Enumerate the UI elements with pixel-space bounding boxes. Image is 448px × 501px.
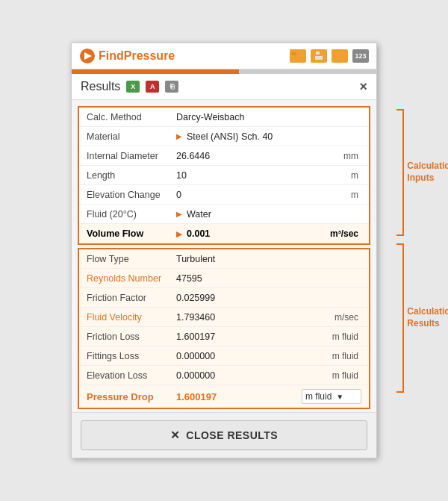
table-row: Volume Flow ▶0.001 m³/sec xyxy=(79,224,369,243)
table-row: Calc. Method Darcy-Weisbach xyxy=(79,108,369,127)
app-window: FindPressure 123 Results X A ⎘ × xyxy=(71,43,377,458)
svg-rect-5 xyxy=(315,56,323,60)
results-title: Results xyxy=(81,80,120,93)
flow-type-value: Turbulent xyxy=(176,254,361,264)
triangle-icon: ▶ xyxy=(176,210,182,218)
table-row: Length 10 m xyxy=(79,166,369,185)
internal-diameter-label: Internal Diameter xyxy=(87,151,176,161)
length-label: Length xyxy=(87,170,176,181)
close-x-button[interactable]: × xyxy=(359,80,367,93)
elevation-loss-unit: m fluid xyxy=(332,370,361,381)
folder-icon[interactable] xyxy=(290,49,306,63)
table-row: Fittings Loss 0.000000 m fluid xyxy=(79,346,369,366)
table-row: Friction Loss 1.600197 m fluid xyxy=(79,327,369,346)
selected-unit-label: m fluid xyxy=(305,391,332,402)
fittings-loss-unit: m fluid xyxy=(332,351,361,361)
pressure-drop-value: 1.600197 xyxy=(176,391,302,402)
title-bar-left: FindPressure xyxy=(79,48,175,64)
app-name-find: Find xyxy=(99,49,124,62)
fittings-loss-label: Fittings Loss xyxy=(87,351,176,361)
length-unit: m xyxy=(351,170,361,181)
calc-method-label: Calc. Method xyxy=(87,112,176,122)
friction-factor-label: Friction Factor xyxy=(87,293,176,303)
table-row: Material ▶Steel (ANSI) Sch. 40 xyxy=(79,127,369,146)
table-row: Internal Diameter 26.6446 mm xyxy=(79,146,369,166)
internal-diameter-unit: mm xyxy=(343,151,361,161)
fluid-velocity-label: Fluid Velocity xyxy=(87,312,176,323)
results-section: Flow Type Turbulent Reynolds Number 4759… xyxy=(78,248,370,409)
pressure-drop-unit-select[interactable]: m fluid ▼ xyxy=(302,389,361,404)
length-value: 10 xyxy=(176,170,351,181)
app-title: FindPressure xyxy=(99,49,175,63)
main-content: Calc. Method Darcy-Weisbach Material ▶St… xyxy=(72,100,376,409)
title-bar: FindPressure 123 xyxy=(72,43,376,69)
fluid-value: ▶Water xyxy=(176,209,361,220)
table-row: Fluid Velocity 1.793460 m/sec xyxy=(79,308,369,327)
calc-method-value: Darcy-Weisbach xyxy=(176,112,361,122)
table-row: Flow Type Turbulent xyxy=(79,249,369,269)
svg-rect-6 xyxy=(316,52,320,55)
close-button-label: CLOSE RESULTS xyxy=(186,429,278,441)
volume-flow-unit: m³/sec xyxy=(330,228,361,239)
pdf-icon[interactable]: A xyxy=(146,81,159,93)
friction-loss-label: Friction Loss xyxy=(87,332,176,342)
fittings-loss-value: 0.000000 xyxy=(176,351,332,361)
save-icon[interactable] xyxy=(311,49,327,63)
reynolds-label: Reynolds Number xyxy=(87,273,176,284)
elevation-change-unit: m xyxy=(351,190,361,200)
fluid-velocity-unit: m/sec xyxy=(335,312,361,323)
table-row: Fluid (20°C) ▶Water xyxy=(79,205,369,224)
table-row: Elevation Loss 0.000000 m fluid xyxy=(79,366,369,385)
bracket-results-icon xyxy=(396,243,404,393)
inputs-section: Calc. Method Darcy-Weisbach Material ▶St… xyxy=(78,106,370,245)
elevation-loss-value: 0.000000 xyxy=(176,370,332,381)
pressure-drop-row: Pressure Drop 1.600197 m fluid ▼ xyxy=(79,385,369,408)
annotation-inputs: CalculationInputs xyxy=(396,109,448,236)
dropdown-arrow-icon: ▼ xyxy=(336,393,343,401)
copy-icon[interactable]: ⎘ xyxy=(165,81,178,93)
internal-diameter-value: 26.6446 xyxy=(176,151,343,161)
svg-rect-7 xyxy=(334,52,346,59)
app-name-pressure: Pressure xyxy=(124,49,175,62)
close-results-button[interactable]: ✕ CLOSE RESULTS xyxy=(81,420,367,450)
app-logo-icon xyxy=(79,48,96,64)
annotation-results-label: CalculationResults xyxy=(407,306,448,329)
excel-icon[interactable]: X xyxy=(126,81,140,93)
volume-flow-label: Volume Flow xyxy=(87,228,176,239)
elevation-change-value: 0 xyxy=(176,190,351,200)
fluid-velocity-value: 1.793460 xyxy=(176,312,335,323)
results-header: Results X A ⎘ × xyxy=(72,74,376,100)
material-label: Material xyxy=(87,131,176,142)
triangle-icon: ▶ xyxy=(176,230,182,238)
elevation-loss-label: Elevation Loss xyxy=(87,370,176,381)
friction-loss-unit: m fluid xyxy=(332,332,361,342)
fluid-label: Fluid (20°C) xyxy=(87,209,176,220)
table-row: Friction Factor 0.025999 xyxy=(79,288,369,308)
bracket-inputs-icon xyxy=(396,109,404,236)
reynolds-value: 47595 xyxy=(176,273,361,284)
close-button-icon: ✕ xyxy=(170,429,181,442)
calc-icon[interactable]: 123 xyxy=(352,49,369,63)
results-title-row: Results X A ⎘ xyxy=(81,80,178,93)
triangle-icon: ▶ xyxy=(176,132,182,140)
annotation-results: CalculationResults xyxy=(396,243,448,393)
close-button-row: ✕ CLOSE RESULTS xyxy=(72,412,376,458)
table-row: Reynolds Number 47595 xyxy=(79,269,369,288)
svg-rect-3 xyxy=(292,52,296,55)
pressure-drop-label: Pressure Drop xyxy=(87,391,176,402)
friction-factor-value: 0.025999 xyxy=(176,293,361,303)
volume-flow-value: ▶0.001 xyxy=(176,228,330,239)
material-value: ▶Steel (ANSI) Sch. 40 xyxy=(176,131,361,142)
annotation-inputs-label: CalculationInputs xyxy=(407,161,448,184)
friction-loss-value: 1.600197 xyxy=(176,332,332,342)
screen-icon[interactable] xyxy=(332,49,348,63)
elevation-change-label: Elevation Change xyxy=(87,190,176,200)
title-bar-icons: 123 xyxy=(290,49,369,63)
svg-rect-8 xyxy=(337,59,342,60)
flow-type-label: Flow Type xyxy=(87,254,176,264)
table-row: Elevation Change 0 m xyxy=(79,185,369,205)
